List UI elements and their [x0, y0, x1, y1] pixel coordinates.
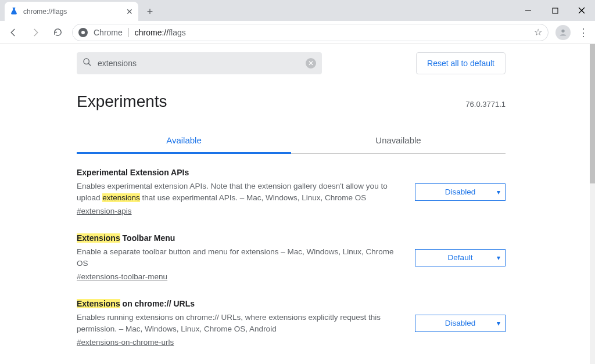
vertical-scrollbar-thumb[interactable] — [590, 44, 595, 183]
tab-unavailable[interactable]: Unavailable — [291, 127, 506, 153]
browser-tab[interactable]: chrome://flags ✕ — [5, 2, 138, 21]
clear-search-icon[interactable]: ✕ — [306, 58, 316, 69]
page-title: Experiments — [77, 92, 167, 111]
flag-row: Experimental Extension APIs Enables expe… — [77, 154, 506, 219]
flag-state-select[interactable]: Default — [415, 249, 506, 266]
address-bar[interactable]: Chrome chrome://flags ☆ — [72, 24, 549, 41]
flag-permalink[interactable]: #extension-apis — [77, 207, 132, 215]
flag-state-select[interactable]: Disabled — [415, 315, 506, 332]
reset-all-button[interactable]: Reset all to default — [416, 52, 506, 74]
profile-avatar[interactable] — [555, 25, 571, 40]
flag-description: Enables running extensions on chrome:// … — [77, 312, 401, 334]
menu-button[interactable]: ⋮ — [575, 26, 592, 39]
flask-icon — [9, 7, 19, 16]
flag-title: Extensions on chrome:// URLs — [77, 299, 401, 308]
svg-line-6 — [88, 63, 91, 66]
flag-permalink[interactable]: #extensions-toolbar-menu — [77, 272, 167, 281]
url-text: chrome://flags — [135, 28, 186, 37]
tab-title: chrome://flags — [23, 8, 67, 16]
flag-state-select[interactable]: Disabled — [415, 183, 506, 201]
svg-point-5 — [84, 59, 89, 64]
close-tab-icon[interactable]: ✕ — [126, 8, 134, 16]
url-divider — [128, 28, 129, 37]
flag-row: Extensions Toolbar Menu Enable a separat… — [77, 219, 506, 285]
close-window-button[interactable] — [568, 0, 595, 21]
svg-point-4 — [561, 29, 564, 32]
minimize-button[interactable] — [515, 0, 542, 21]
flag-title: Experimental Extension APIs — [77, 168, 401, 177]
flag-row: Extensions on chrome:// URLs Enables run… — [77, 285, 506, 351]
page-body: ✕ Reset all to default Experiments 76.0.… — [0, 44, 595, 364]
flags-search-input[interactable] — [98, 59, 300, 68]
vertical-scrollbar-track[interactable] — [590, 44, 595, 364]
flags-search-box: ✕ — [77, 52, 322, 74]
tab-available[interactable]: Available — [77, 127, 291, 153]
window-titlebar: chrome://flags ✕ + — [0, 0, 595, 21]
url-scheme-chip: Chrome — [94, 28, 123, 37]
svg-rect-1 — [553, 8, 558, 13]
flag-description: Enable a separate toolbar button and men… — [77, 246, 401, 269]
maximize-button[interactable] — [542, 0, 568, 21]
bookmark-star-icon[interactable]: ☆ — [534, 27, 542, 38]
site-info-icon[interactable] — [78, 28, 88, 37]
flag-title: Extensions Toolbar Menu — [77, 233, 401, 243]
forward-button[interactable] — [26, 23, 45, 42]
browser-toolbar: Chrome chrome://flags ☆ ⋮ — [0, 21, 595, 44]
reload-button[interactable] — [48, 23, 67, 42]
new-tab-button[interactable]: + — [142, 3, 158, 20]
window-controls — [515, 0, 595, 21]
back-button[interactable] — [3, 23, 23, 42]
search-icon — [83, 57, 92, 69]
flag-description: Enables experimental extension APIs. Not… — [77, 181, 401, 203]
flag-permalink[interactable]: #extensions-on-chrome-urls — [77, 338, 174, 347]
chrome-version: 76.0.3771.1 — [465, 100, 506, 109]
tabs: Available Unavailable — [77, 127, 506, 154]
